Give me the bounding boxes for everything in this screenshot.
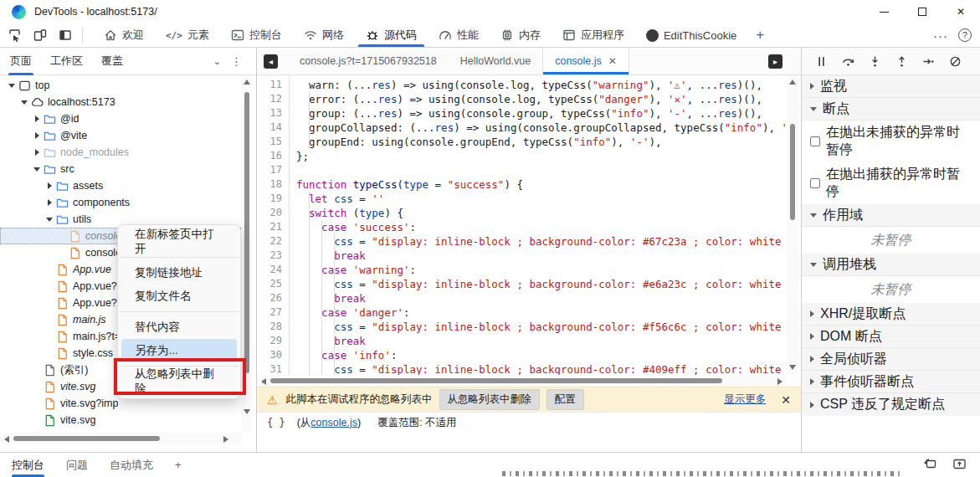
gutter[interactable]: 1112131415161718192021222324252627282930…	[257, 75, 290, 375]
line-number[interactable]: 21	[270, 220, 282, 234]
menu-item-复制链接地址[interactable]: 复制链接地址	[121, 261, 237, 285]
tab-EditThisCookie[interactable]: EditThisCookie	[635, 23, 747, 47]
line-number[interactable]: 27	[270, 305, 282, 320]
tree-item-@vite[interactable]: @vite	[0, 127, 241, 144]
navigator-tab-页面[interactable]: 页面	[10, 48, 32, 75]
tab-控制台[interactable]: 控制台	[220, 23, 293, 47]
expand-panel-icon[interactable]	[952, 457, 967, 474]
tab-scroll-right-icon[interactable]: ▸	[768, 54, 782, 69]
line-number[interactable]: 14	[270, 121, 282, 135]
code-editor[interactable]: 1112131415161718192021222324252627282930…	[257, 75, 787, 375]
tree-item-localhost:5173[interactable]: localhost:5173	[0, 94, 241, 110]
editor-horizontal-scrollbar[interactable]	[257, 375, 787, 387]
sidebar-section-调用堆栈[interactable]: 调用堆栈	[802, 254, 980, 276]
tree-item-top[interactable]: top	[0, 77, 241, 94]
tree-item-components[interactable]: components	[0, 194, 241, 211]
step-icon[interactable]	[922, 55, 935, 68]
sidebar-section-监视[interactable]: 监视	[802, 75, 980, 98]
tab-内存[interactable]: 内存	[490, 23, 552, 47]
source-file-link[interactable]: console.js	[310, 417, 357, 428]
line-number[interactable]: 29	[270, 334, 282, 348]
line-number[interactable]: 11	[270, 78, 282, 92]
tree-item-src[interactable]: src	[0, 161, 241, 177]
checkbox-在抛出未捕获的异常时暂停[interactable]: 在抛出未捕获的异常时暂停	[802, 121, 980, 162]
dock-icon[interactable]	[59, 28, 72, 42]
step-into-icon[interactable]	[869, 55, 881, 68]
line-number[interactable]: 24	[270, 263, 282, 277]
editor-tab-console.js[interactable]: console.js✕	[542, 48, 629, 74]
warning-button-配置[interactable]: 配置	[546, 389, 584, 410]
line-number[interactable]: 17	[270, 163, 282, 177]
sidebar-section-作用域[interactable]: 作用域	[802, 204, 980, 227]
tab-元素[interactable]: </>元素	[155, 23, 220, 47]
line-number[interactable]: 12	[270, 92, 282, 106]
more-options-icon[interactable]: ···	[926, 27, 955, 44]
line-number[interactable]: 25	[270, 277, 282, 291]
checkbox-icon[interactable]	[810, 136, 820, 146]
dock-drawer-icon[interactable]	[923, 457, 937, 474]
line-number[interactable]: 30	[270, 348, 282, 362]
sidebar-section-事件侦听器断点[interactable]: 事件侦听器断点	[802, 371, 980, 393]
help-icon[interactable]: ?	[958, 28, 972, 42]
editor-tab-console.js?t=1715067932518[interactable]: console.js?t=1715067932518	[288, 48, 449, 74]
chevron-down-icon[interactable]: ⌄	[213, 56, 221, 67]
tree-item-vite.svg[interactable]: vite.svg	[0, 412, 241, 428]
sidebar-section-全局侦听器[interactable]: 全局侦听器	[802, 348, 980, 371]
drawer-tab-控制台[interactable]: 控制台	[12, 453, 44, 477]
close-tab-icon[interactable]: ✕	[608, 55, 617, 67]
menu-item-替代内容[interactable]: 替代内容	[121, 315, 237, 339]
line-number[interactable]: 31	[270, 362, 282, 375]
navigator-tab-覆盖[interactable]: 覆盖	[101, 48, 123, 75]
warning-button-从忽略列表中删除[interactable]: 从忽略列表中删除	[439, 389, 540, 410]
inspect-icon[interactable]	[8, 28, 22, 42]
tree-item-node_modules[interactable]: node_modules	[0, 144, 241, 161]
editor-vertical-scrollbar[interactable]	[787, 75, 798, 375]
deactivate-breakpoints-icon[interactable]	[949, 55, 962, 68]
line-number[interactable]: 15	[270, 135, 282, 149]
pretty-print-icon[interactable]: { }	[267, 417, 285, 428]
warning-close-icon[interactable]: ✕	[781, 393, 791, 407]
pause-icon[interactable]	[815, 55, 828, 68]
tab-欢迎[interactable]: 欢迎	[93, 23, 155, 47]
line-number[interactable]: 19	[270, 192, 282, 206]
menu-item-在新标签页中打开[interactable]: 在新标签页中打开	[121, 230, 237, 254]
sidebar-section-DOM 断点[interactable]: DOM 断点	[802, 326, 980, 348]
add-tab-button[interactable]: +	[747, 23, 772, 47]
show-more-link[interactable]: 显示更多	[724, 392, 766, 407]
line-number[interactable]: 13	[270, 106, 282, 121]
sidebar-section-断点[interactable]: 断点	[802, 98, 980, 121]
maximize-button[interactable]	[903, 0, 942, 23]
tree-item-assets[interactable]: assets	[0, 177, 241, 194]
tab-性能[interactable]: 性能	[428, 23, 490, 47]
code-line-31: css = "display: inline-block ; backgroun…	[296, 362, 787, 375]
line-number[interactable]: 16	[270, 149, 282, 163]
sidebar-section-XHR/提取断点[interactable]: XHR/提取断点	[802, 303, 980, 326]
line-number[interactable]: 26	[270, 291, 282, 305]
navigator-tab-工作区[interactable]: 工作区	[50, 48, 83, 75]
tab-网络[interactable]: 网络	[293, 23, 355, 47]
tab-源代码[interactable]: 源代码	[355, 23, 428, 47]
tab-应用程序[interactable]: 应用程序	[552, 23, 635, 47]
drawer-tab-问题[interactable]: 问题	[66, 453, 88, 477]
step-over-icon[interactable]	[842, 55, 854, 68]
drawer-tab-自动填充[interactable]: 自动填充	[110, 453, 153, 477]
checkbox-icon[interactable]	[810, 178, 820, 188]
sidebar-section-CSP 违反了规定断点[interactable]: CSP 违反了规定断点	[802, 393, 980, 416]
minimize-button[interactable]	[865, 0, 903, 23]
line-number[interactable]: 23	[270, 249, 282, 263]
line-number[interactable]: 22	[270, 234, 282, 249]
checkbox-在抛出捕获的异常时暂停[interactable]: 在抛出捕获的异常时暂停	[802, 162, 980, 204]
line-number[interactable]: 28	[270, 320, 282, 334]
close-button[interactable]: ✕	[942, 0, 980, 23]
drawer-tab-+[interactable]: +	[175, 453, 182, 477]
line-number[interactable]: 20	[270, 206, 282, 220]
menu-item-复制文件名[interactable]: 复制文件名	[121, 285, 237, 308]
more-tabs-icon[interactable]: ⋮	[231, 55, 243, 68]
step-out-icon[interactable]	[895, 55, 908, 68]
tree-horizontal-scrollbar[interactable]	[0, 433, 242, 444]
line-number[interactable]: 18	[270, 177, 282, 192]
editor-tab-HelloWorld.vue[interactable]: HelloWorld.vue	[449, 48, 543, 74]
tree-item-@id[interactable]: @id	[0, 110, 241, 127]
device-icon[interactable]	[33, 28, 47, 42]
tab-scroll-left-icon[interactable]: ◂	[264, 54, 278, 69]
